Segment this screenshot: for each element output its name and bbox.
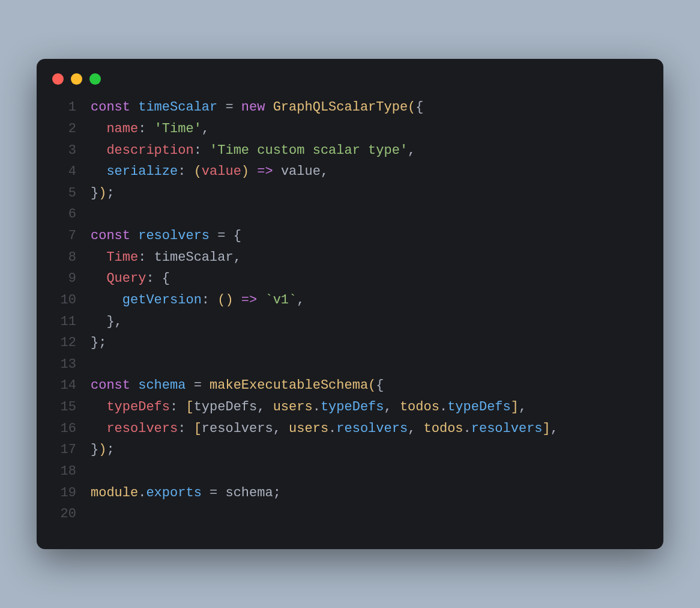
line-content: }; xyxy=(91,332,106,354)
line-number: 10 xyxy=(51,290,76,311)
code-line: 6 xyxy=(51,204,649,225)
code-line: 2 name: 'Time', xyxy=(51,118,649,140)
code-line: 3 description: 'Time custom scalar type'… xyxy=(51,140,649,162)
line-number: 16 xyxy=(51,418,76,440)
line-content: }); xyxy=(91,439,115,461)
line-content: serialize: (value) => value, xyxy=(91,161,328,183)
line-number: 17 xyxy=(51,439,76,461)
code-line: 7const resolvers = { xyxy=(51,225,649,247)
line-number: 7 xyxy=(51,225,76,247)
line-content: Query: { xyxy=(91,268,170,290)
code-line: 19module.exports = schema; xyxy=(51,482,649,504)
line-number: 8 xyxy=(51,247,76,269)
line-number: 14 xyxy=(51,375,76,397)
line-number: 15 xyxy=(51,397,76,418)
code-line: 14const schema = makeExecutableSchema({ xyxy=(51,375,649,397)
code-line: 4 serialize: (value) => value, xyxy=(51,161,649,183)
line-number: 19 xyxy=(51,482,76,504)
line-number: 3 xyxy=(51,140,76,162)
line-number: 11 xyxy=(51,311,76,333)
code-editor[interactable]: 1const timeScalar = new GraphQLScalarTyp… xyxy=(37,92,663,549)
line-number: 2 xyxy=(51,118,76,140)
window-titlebar xyxy=(37,59,663,92)
code-line: 12}; xyxy=(51,332,649,354)
line-number: 1 xyxy=(51,97,76,118)
line-content: const resolvers = { xyxy=(91,225,241,247)
line-number: 12 xyxy=(51,332,76,354)
code-line: 5}); xyxy=(51,183,649,204)
line-number: 4 xyxy=(51,161,76,183)
code-line: 10 getVersion: () => `v1`, xyxy=(51,290,649,311)
line-number: 5 xyxy=(51,183,76,204)
code-line: 16 resolvers: [resolvers, users.resolver… xyxy=(51,418,649,440)
line-content: Time: timeScalar, xyxy=(91,247,241,269)
code-line: 11 }, xyxy=(51,311,649,333)
code-window: 1const timeScalar = new GraphQLScalarTyp… xyxy=(37,59,663,549)
code-line: 8 Time: timeScalar, xyxy=(51,247,649,269)
line-content: name: 'Time', xyxy=(91,118,210,140)
line-content: getVersion: () => `v1`, xyxy=(91,290,304,311)
line-number: 20 xyxy=(51,503,76,525)
line-content: description: 'Time custom scalar type', xyxy=(91,140,415,162)
line-content: typeDefs: [typeDefs, users.typeDefs, tod… xyxy=(91,397,527,418)
line-number: 9 xyxy=(51,268,76,290)
line-content: }); xyxy=(91,183,115,204)
line-number: 6 xyxy=(51,204,76,225)
line-content: const timeScalar = new GraphQLScalarType… xyxy=(91,97,424,118)
code-line: 9 Query: { xyxy=(51,268,649,290)
code-line: 13 xyxy=(51,354,649,375)
line-content: module.exports = schema; xyxy=(91,482,281,504)
code-line: 17}); xyxy=(51,439,649,461)
minimize-icon[interactable] xyxy=(71,73,82,85)
code-line: 20 xyxy=(51,503,649,525)
maximize-icon[interactable] xyxy=(89,73,101,85)
line-content: resolvers: [resolvers, users.resolvers, … xyxy=(91,418,558,440)
line-number: 18 xyxy=(51,461,76,482)
close-icon[interactable] xyxy=(52,73,64,85)
line-content: }, xyxy=(91,311,122,333)
line-number: 13 xyxy=(51,354,76,375)
code-line: 1const timeScalar = new GraphQLScalarTyp… xyxy=(51,97,649,118)
line-content: const schema = makeExecutableSchema({ xyxy=(91,375,384,397)
code-line: 15 typeDefs: [typeDefs, users.typeDefs, … xyxy=(51,397,649,418)
code-line: 18 xyxy=(51,461,649,482)
